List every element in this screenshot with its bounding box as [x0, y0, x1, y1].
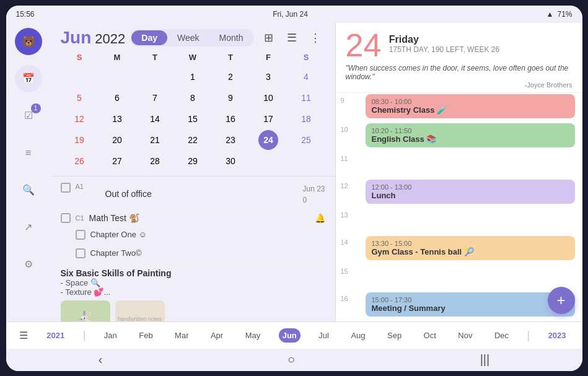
day-number: 24 [346, 27, 382, 63]
subtask-checkbox-1[interactable] [76, 230, 86, 240]
calendar-actions: ⊞ ☰ ⋮ [259, 28, 325, 47]
bell-icon: 🔔 [315, 213, 325, 223]
event-chemistry[interactable]: 08:30 - 10:00 Chemistry Class 🧪 [366, 94, 575, 118]
cal-cell[interactable] [145, 67, 165, 87]
cal-cell-22[interactable]: 22 [183, 130, 203, 150]
export-icon: ↗ [24, 221, 32, 233]
year-2021[interactable]: 2021 [43, 328, 68, 343]
home-button[interactable]: ○ [273, 350, 310, 369]
sidebar-item-search[interactable]: 🔍 [15, 177, 42, 204]
cal-cell-4[interactable]: 4 [296, 67, 316, 87]
cal-cell-10[interactable]: 10 [258, 88, 278, 108]
calendar-year: 2022 [95, 31, 125, 47]
month-jan[interactable]: Jan [100, 328, 121, 343]
avatar[interactable]: 🐻 [15, 28, 42, 55]
cal-cell-14[interactable]: 14 [145, 109, 165, 129]
event-area-9: 08:30 - 10:00 Chemistry Class 🧪 [363, 93, 577, 122]
month-may[interactable]: May [242, 328, 265, 343]
sidebar-item-tasks[interactable]: ☑ 1 [15, 102, 42, 129]
recents-button[interactable]: ||| [465, 350, 505, 369]
sidebar-item-export[interactable]: ↗ [15, 214, 42, 241]
cal-cell-30[interactable]: 30 [221, 151, 240, 171]
event-meeting[interactable]: 15:00 - 17:30 Meeting / Summary [366, 292, 575, 317]
cal-cell[interactable] [69, 67, 89, 87]
month-oct[interactable]: Oct [420, 328, 440, 343]
tab-month[interactable]: Month [209, 30, 253, 45]
cal-cell-27[interactable]: 27 [107, 151, 127, 171]
cal-cell-2[interactable]: 2 [221, 67, 240, 87]
month-jul[interactable]: Jul [315, 328, 333, 343]
cal-cell-1[interactable]: 1 [183, 67, 203, 87]
back-button[interactable]: ‹ [84, 350, 118, 369]
cal-cell[interactable] [107, 67, 127, 87]
cal-cell-16[interactable]: 16 [221, 109, 240, 129]
notes-icon: ≡ [25, 147, 31, 159]
time-label-15: 15 [341, 264, 363, 275]
calendar-title: Jun 2022 [61, 28, 126, 48]
month-nov[interactable]: Nov [454, 328, 476, 343]
cal-cell-9[interactable]: 9 [221, 88, 240, 108]
note-images: 🐇 handwritten notes [61, 300, 325, 321]
list-view-button[interactable]: ☰ [283, 28, 301, 47]
status-time: 15:56 [16, 10, 35, 19]
cal-cell-5[interactable]: 5 [69, 88, 89, 108]
tab-week[interactable]: Week [167, 30, 209, 45]
separator-left: | [83, 329, 86, 342]
time-slot-10: 10 10:20 - 11:50 English Class 📚 [341, 122, 577, 151]
cal-cell-26[interactable]: 26 [69, 151, 89, 171]
event-gym[interactable]: 13:30 - 15:00 Gym Class - Tennis ball 🎾 [366, 236, 575, 260]
month-dec[interactable]: Dec [491, 328, 512, 343]
cal-cell-24-today[interactable]: 24 [258, 130, 278, 150]
cal-cell-25[interactable]: 25 [296, 130, 316, 150]
month-aug[interactable]: Aug [347, 328, 369, 343]
month-mar[interactable]: Mar [171, 328, 192, 343]
bottom-bar: ☰ 2021 | Jan Feb Mar Apr May Jun Jul Aug… [6, 321, 582, 349]
cal-cell-3[interactable]: 3 [258, 67, 278, 87]
day-quote: "When success comes in the door, it seem… [346, 61, 573, 81]
cal-cell-15[interactable]: 15 [183, 109, 203, 129]
cal-cell-21[interactable]: 21 [145, 130, 165, 150]
cal-cell-28[interactable]: 28 [145, 151, 165, 171]
cal-cell[interactable] [296, 151, 316, 171]
fab-add-event[interactable]: + [548, 287, 575, 314]
tab-day[interactable]: Day [131, 30, 167, 45]
event-time-lunch: 12:00 - 13:00 [372, 183, 569, 191]
more-options-button[interactable]: ⋮ [306, 28, 325, 47]
grid-view-button[interactable]: ⊞ [259, 28, 278, 47]
sidebar-item-settings[interactable]: ⚙ [15, 251, 42, 278]
cal-cell-29[interactable]: 29 [183, 151, 203, 171]
cal-week-3: 12 13 14 15 16 17 18 [61, 109, 325, 129]
event-lunch[interactable]: 12:00 - 13:00 Lunch [366, 180, 575, 204]
cal-cell-23[interactable]: 23 [221, 130, 240, 150]
view-tabs: Day Week Month [130, 29, 254, 46]
month-feb[interactable]: Feb [135, 328, 156, 343]
subtask-checkbox-2[interactable] [76, 248, 86, 258]
cal-cell-13[interactable]: 13 [107, 109, 127, 129]
event-english[interactable]: 10:20 - 11:50 English Class 📚 [366, 123, 575, 147]
task-checkbox-1[interactable] [61, 183, 71, 193]
subtask-label-1: Chapter One ☺ [90, 230, 147, 239]
calendar-month: Jun [61, 28, 92, 48]
cal-cell-20[interactable]: 20 [107, 130, 127, 150]
cal-cell-6[interactable]: 6 [107, 88, 127, 108]
time-label-12: 12 [341, 178, 363, 190]
cal-cell[interactable] [258, 151, 278, 171]
day-label-sat: S [287, 50, 325, 64]
task-badge: 1 [31, 103, 41, 113]
cal-cell-17[interactable]: 17 [258, 109, 278, 129]
cal-cell-12[interactable]: 12 [69, 109, 89, 129]
cal-cell-18[interactable]: 18 [296, 109, 316, 129]
cal-cell-8[interactable]: 8 [183, 88, 203, 108]
month-jun[interactable]: Jun [279, 328, 301, 343]
task-checkbox-2[interactable] [61, 213, 71, 223]
month-sep[interactable]: Sep [384, 328, 405, 343]
sidebar-item-calendar[interactable]: 📅 [15, 65, 42, 92]
year-2023[interactable]: 2023 [545, 328, 570, 343]
hamburger-menu[interactable]: ☰ [11, 321, 36, 349]
day-label-thu: T [212, 50, 250, 64]
cal-cell-19[interactable]: 19 [69, 130, 89, 150]
sidebar-item-notes[interactable]: ≡ [15, 139, 42, 167]
month-apr[interactable]: Apr [207, 328, 227, 343]
cal-cell-7[interactable]: 7 [145, 88, 165, 108]
cal-cell-11[interactable]: 11 [296, 88, 316, 108]
